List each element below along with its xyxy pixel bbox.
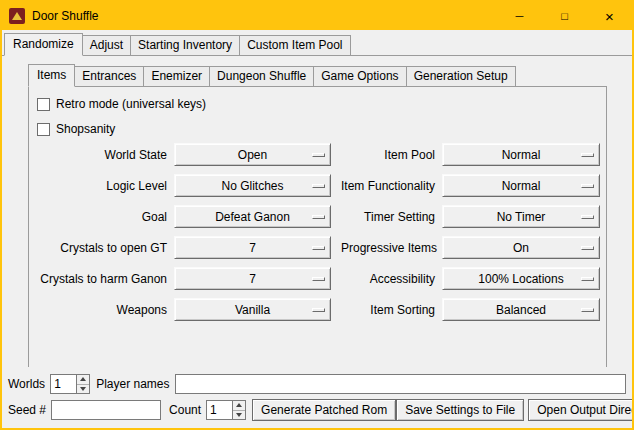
field-label: Weapons <box>37 303 174 317</box>
app-window: Door Shuffle ─ □ × Randomize Adjust Star… <box>0 0 634 430</box>
field-row: Weapons Vanilla <box>37 298 331 321</box>
settings-tab-bar: Items Entrances Enemizer Dungeon Shuffle… <box>28 61 607 87</box>
worlds-spinner-down-button[interactable] <box>77 384 89 394</box>
count-spinner-up-button[interactable] <box>233 401 245 410</box>
main-tab-bar: Randomize Adjust Starting Inventory Cust… <box>2 30 632 56</box>
crystals-open-gt-dropdown[interactable]: 7 <box>174 236 331 259</box>
field-label: Timer Setting <box>341 210 442 224</box>
right-option-column: Item Pool Normal Item Functionality Norm… <box>341 143 600 329</box>
tab-generation-setup[interactable]: Generation Setup <box>406 66 516 86</box>
seed-label: Seed # <box>8 403 51 417</box>
checkbox-icon <box>37 98 50 111</box>
menu-indicator-icon <box>581 153 594 157</box>
field-label: Logic Level <box>37 179 174 193</box>
menu-indicator-icon <box>312 215 325 219</box>
field-label: Item Pool <box>341 148 442 162</box>
window-controls: ─ □ × <box>497 2 632 30</box>
count-spinner <box>206 400 246 420</box>
minimize-button[interactable]: ─ <box>497 2 542 30</box>
field-label: Progressive Items <box>341 241 442 255</box>
worlds-label: Worlds <box>8 377 50 391</box>
menu-indicator-icon <box>312 153 325 157</box>
item-sorting-dropdown[interactable]: Balanced <box>442 298 600 321</box>
menu-indicator-icon <box>312 184 325 188</box>
dropdown-value: Normal <box>502 179 541 193</box>
item-functionality-dropdown[interactable]: Normal <box>442 174 600 197</box>
randomize-panel: Items Entrances Enemizer Dungeon Shuffle… <box>28 61 607 368</box>
goal-dropdown[interactable]: Defeat Ganon <box>174 205 331 228</box>
left-option-column: World State Open Logic Level No Glitches <box>37 143 331 329</box>
field-row: World State Open <box>37 143 331 166</box>
field-row: Item Pool Normal <box>341 143 600 166</box>
seed-input[interactable] <box>51 400 161 420</box>
field-row: Timer Setting No Timer <box>341 205 600 228</box>
crystals-harm-ganon-dropdown[interactable]: 7 <box>174 267 331 290</box>
dropdown-value: Vanilla <box>235 303 270 317</box>
checkbox-icon <box>37 123 50 136</box>
tab-randomize[interactable]: Randomize <box>4 33 83 56</box>
field-label: Crystals to harm Ganon <box>37 272 174 286</box>
menu-indicator-icon <box>581 184 594 188</box>
tab-entrances[interactable]: Entrances <box>74 66 144 86</box>
field-row: Crystals to harm Ganon 7 <box>37 267 331 290</box>
dropdown-value: No Glitches <box>221 179 283 193</box>
tab-starting-inventory[interactable]: Starting Inventory <box>130 35 240 55</box>
dropdown-value: No Timer <box>497 210 546 224</box>
checkbox-label: Shopsanity <box>56 122 115 136</box>
weapons-dropdown[interactable]: Vanilla <box>174 298 331 321</box>
tab-game-options[interactable]: Game Options <box>313 66 406 86</box>
tab-dungeon-shuffle[interactable]: Dungeon Shuffle <box>209 66 314 86</box>
menu-indicator-icon <box>312 246 325 250</box>
progressive-items-dropdown[interactable]: On <box>442 236 600 259</box>
down-arrow-icon <box>236 413 242 417</box>
item-pool-dropdown[interactable]: Normal <box>442 143 600 166</box>
checkbox-shopsanity[interactable]: Shopsanity <box>37 117 606 141</box>
count-input[interactable] <box>206 400 232 420</box>
field-row: Progressive Items On <box>341 236 600 259</box>
app-icon <box>9 8 25 24</box>
dropdown-value: 100% Locations <box>478 272 563 286</box>
save-settings-button[interactable]: Save Settings to File <box>396 399 524 421</box>
spinner-arrows <box>232 400 246 420</box>
tab-adjust[interactable]: Adjust <box>82 35 131 55</box>
timer-setting-dropdown[interactable]: No Timer <box>442 205 600 228</box>
dropdown-value: Defeat Ganon <box>215 210 290 224</box>
count-label: Count <box>169 403 206 417</box>
tab-items[interactable]: Items <box>28 64 75 87</box>
window-title: Door Shuffle <box>32 9 99 23</box>
field-label: Item Functionality <box>341 179 442 193</box>
logic-level-dropdown[interactable]: No Glitches <box>174 174 331 197</box>
open-output-directory-button[interactable]: Open Output Directory <box>528 399 634 421</box>
dropdown-value: 7 <box>249 272 256 286</box>
worlds-row: Worlds Player names <box>8 374 626 394</box>
generate-patched-rom-button[interactable]: Generate Patched Rom <box>252 399 396 421</box>
menu-indicator-icon <box>581 215 594 219</box>
accessibility-dropdown[interactable]: 100% Locations <box>442 267 600 290</box>
checkbox-retro-mode[interactable]: Retro mode (universal keys) <box>37 92 606 116</box>
world-state-dropdown[interactable]: Open <box>174 143 331 166</box>
menu-indicator-icon <box>312 308 325 312</box>
dropdown-value: 7 <box>249 241 256 255</box>
worlds-spinner-up-button[interactable] <box>77 375 89 384</box>
field-row: Accessibility 100% Locations <box>341 267 600 290</box>
menu-indicator-icon <box>581 277 594 281</box>
down-arrow-icon <box>80 387 86 391</box>
tab-custom-item-pool[interactable]: Custom Item Pool <box>239 35 350 55</box>
field-label: World State <box>37 148 174 162</box>
up-arrow-icon <box>236 403 242 407</box>
field-label: Goal <box>37 210 174 224</box>
field-row: Logic Level No Glitches <box>37 174 331 197</box>
maximize-button[interactable]: □ <box>542 2 587 30</box>
menu-indicator-icon <box>312 277 325 281</box>
checkbox-label: Retro mode (universal keys) <box>56 97 206 111</box>
close-button[interactable]: × <box>587 2 632 30</box>
seed-row: Seed # Count Generate Patched Rom Save S… <box>8 399 626 421</box>
bottom-bar: Worlds Player names Seed # Count <box>2 367 632 428</box>
count-spinner-down-button[interactable] <box>233 410 245 420</box>
field-label: Accessibility <box>341 272 442 286</box>
spinner-arrows <box>76 374 90 394</box>
player-names-input[interactable] <box>175 374 627 394</box>
tab-enemizer[interactable]: Enemizer <box>143 66 210 86</box>
worlds-input[interactable] <box>50 374 76 394</box>
worlds-spinner <box>50 374 90 394</box>
